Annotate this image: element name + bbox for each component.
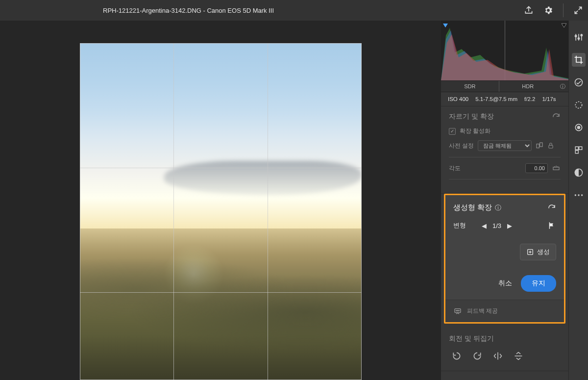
svg-rect-5 <box>553 167 559 170</box>
svg-point-14 <box>575 35 576 37</box>
svg-rect-17 <box>574 77 584 87</box>
crop-tool-icon[interactable] <box>572 53 586 67</box>
flip-vertical-icon[interactable] <box>514 351 523 361</box>
right-sidebar: SDR HDR ⓘ ISO 400 5.1-7.5@7.5 mm f/2.2 1… <box>441 21 588 380</box>
svg-rect-3 <box>540 143 542 147</box>
svg-point-8 <box>456 310 457 311</box>
next-variation-button[interactable]: ▶ <box>507 222 512 229</box>
svg-point-20 <box>577 127 580 129</box>
divider <box>563 3 564 17</box>
variation-label: 변형 <box>453 221 466 230</box>
tool-strip <box>568 21 588 380</box>
exif-focal: 5.1-7.5@7.5 mm <box>475 96 517 102</box>
edit-sliders-icon[interactable] <box>572 30 586 44</box>
feedback-icon <box>453 307 462 315</box>
main-layout: SDR HDR ⓘ ISO 400 5.1-7.5@7.5 mm f/2.2 1… <box>0 21 588 380</box>
info-icon[interactable]: ⓘ <box>557 83 568 90</box>
panel-rotate-flip: 회전 및 뒤집기 <box>441 329 568 371</box>
rotate-ccw-icon[interactable] <box>452 351 462 361</box>
preset-select[interactable]: 잠금 해제됨 <box>478 140 532 151</box>
svg-rect-21 <box>575 147 578 150</box>
preset-label: 사전 설정 <box>449 142 474 150</box>
svg-point-10 <box>459 310 459 311</box>
panel-generative-expand-highlight: 생성형 확장 ⓘ 변형 ◀ 1/3 ▶ <box>444 194 565 324</box>
rotate-cw-icon[interactable] <box>472 351 482 361</box>
histogram[interactable] <box>441 21 568 80</box>
image-preview[interactable] <box>80 43 362 380</box>
flip-horizontal-icon[interactable] <box>493 351 503 361</box>
svg-point-15 <box>578 38 579 39</box>
versions-icon[interactable] <box>572 166 586 179</box>
generate-label: 생성 <box>537 248 550 256</box>
svg-rect-22 <box>579 147 582 150</box>
checkbox-enable-expand[interactable] <box>449 128 456 135</box>
top-bar: RPH-121221-Argentina-3142.DNG - Canon EO… <box>0 0 588 21</box>
generate-button[interactable]: 생성 <box>520 244 556 260</box>
angle-input[interactable] <box>525 163 548 173</box>
export-icon[interactable] <box>524 5 534 15</box>
enable-expand-label: 확장 활성화 <box>460 127 490 135</box>
svg-rect-2 <box>537 144 539 148</box>
feedback-row[interactable]: 피드백 제공 <box>445 300 564 322</box>
fullscreen-icon[interactable] <box>573 5 583 15</box>
panel-crop-expand: 자르기 및 확장 확장 활성화 사전 설정 잠금 해제됨 <box>441 106 568 194</box>
flag-icon[interactable] <box>547 221 556 230</box>
svg-rect-23 <box>575 151 578 153</box>
variation-counter: 1/3 <box>492 222 501 229</box>
cancel-button[interactable]: 취소 <box>498 279 512 288</box>
mask-tool-icon[interactable] <box>572 98 586 112</box>
redeye-tool-icon[interactable] <box>572 121 586 134</box>
exif-shutter: 1/17s <box>542 96 556 102</box>
presets-icon[interactable] <box>572 143 586 157</box>
sdr-label[interactable]: SDR <box>441 83 499 89</box>
svg-point-26 <box>578 194 579 196</box>
swap-orientation-icon[interactable] <box>536 142 543 150</box>
svg-point-16 <box>581 34 582 36</box>
heal-tool-icon[interactable] <box>572 76 586 89</box>
histogram-range-row: SDR HDR ⓘ <box>441 80 568 92</box>
more-icon[interactable] <box>572 188 586 202</box>
feedback-label: 피드백 제공 <box>467 307 498 315</box>
top-actions <box>524 3 583 17</box>
svg-point-18 <box>575 101 582 108</box>
lock-icon[interactable] <box>547 142 554 149</box>
rotate-panel-title: 회전 및 뒤집기 <box>449 334 494 343</box>
svg-point-27 <box>581 194 583 196</box>
angle-label: 각도 <box>449 164 521 173</box>
reset-icon[interactable] <box>552 112 561 121</box>
reset-icon[interactable] <box>547 203 556 212</box>
keep-button[interactable]: 유지 <box>521 275 556 292</box>
svg-point-25 <box>574 194 576 196</box>
exif-row: ISO 400 5.1-7.5@7.5 mm f/2.2 1/17s <box>441 92 568 106</box>
canvas-area[interactable] <box>0 21 441 380</box>
svg-rect-4 <box>549 145 553 148</box>
exif-iso: ISO 400 <box>448 96 468 102</box>
straighten-icon[interactable] <box>552 164 561 172</box>
svg-point-9 <box>457 310 458 311</box>
panel-crop-title: 자르기 및 확장 <box>449 112 494 121</box>
hdr-label[interactable]: HDR <box>499 83 557 89</box>
gear-icon[interactable] <box>543 5 553 15</box>
gen-panel-title: 생성형 확장 <box>453 203 492 212</box>
prev-variation-button[interactable]: ◀ <box>482 222 487 229</box>
exif-aperture: f/2.2 <box>524 96 535 102</box>
document-title: RPH-121221-Argentina-3142.DNG - Canon EO… <box>103 7 274 14</box>
info-icon[interactable]: ⓘ <box>495 203 501 212</box>
